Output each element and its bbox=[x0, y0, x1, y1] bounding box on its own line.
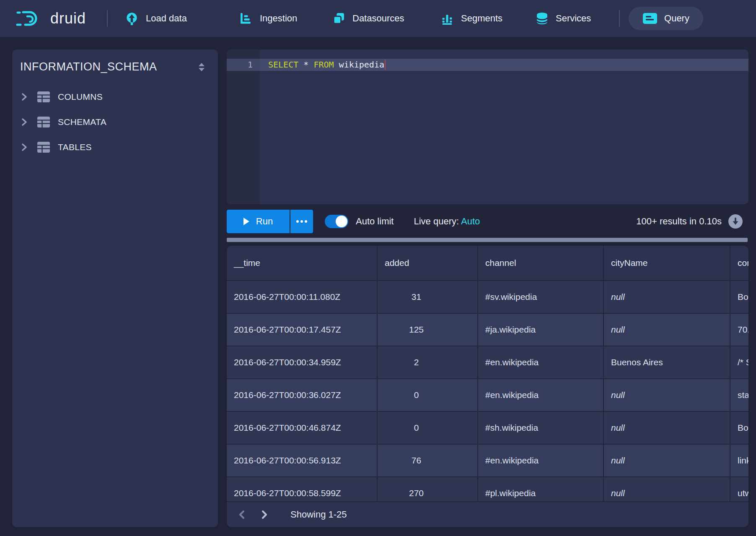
cell-time[interactable]: 2016-06-27T00:00:36.027Z bbox=[227, 379, 377, 411]
chevron-right-icon bbox=[21, 118, 28, 126]
nav-item-label: Load data bbox=[146, 13, 187, 24]
schema-selector-caret-icon[interactable] bbox=[198, 62, 205, 72]
cell-comment[interactable]: 70. bbox=[730, 314, 748, 346]
auto-limit-toggle[interactable] bbox=[325, 215, 348, 228]
nav-item-label: Query bbox=[664, 13, 689, 24]
schema-title: INFORMATION_SCHEMA bbox=[20, 60, 157, 73]
cell-comment[interactable]: sta bbox=[730, 379, 748, 411]
cell-cityname[interactable]: null bbox=[603, 445, 730, 476]
cell-added[interactable]: 0 bbox=[377, 412, 477, 444]
cell-comment[interactable]: link bbox=[730, 445, 748, 476]
datasources-icon bbox=[332, 12, 345, 25]
table-row: 2016-06-27T00:00:36.027Z 0 #en.wikipedia… bbox=[227, 378, 748, 411]
nav-item-query-active[interactable]: Query bbox=[629, 7, 703, 30]
table-grid-icon bbox=[37, 116, 50, 128]
sql-text: * bbox=[298, 60, 313, 70]
sql-query-text: SELECT * FROM wikipedia bbox=[268, 60, 386, 70]
nav-item-label: Services bbox=[556, 13, 591, 24]
cell-cityname[interactable]: null bbox=[603, 281, 730, 313]
cell-added[interactable]: 31 bbox=[377, 281, 477, 313]
cell-channel[interactable]: #sh.wikipedia bbox=[477, 412, 603, 444]
live-query-value[interactable]: Auto bbox=[461, 216, 480, 226]
sidebar-item-columns[interactable]: COLUMNS bbox=[12, 86, 218, 108]
column-header-comment[interactable]: comment bbox=[730, 246, 748, 280]
nav-item-services[interactable]: Services bbox=[536, 0, 591, 37]
download-results-button[interactable] bbox=[728, 214, 743, 229]
nav-item-segments[interactable]: Segments bbox=[441, 0, 502, 37]
cell-channel[interactable]: #en.wikipedia bbox=[477, 379, 603, 411]
cell-channel[interactable]: #en.wikipedia bbox=[477, 346, 603, 378]
column-header-channel[interactable]: channel bbox=[477, 246, 603, 280]
cell-cityname[interactable]: Buenos Aires bbox=[603, 346, 730, 378]
cell-added[interactable]: 0 bbox=[377, 379, 477, 411]
cell-time[interactable]: 2016-06-27T00:00:34.959Z bbox=[227, 346, 377, 378]
upload-icon bbox=[125, 12, 139, 26]
nav-item-datasources[interactable]: Datasources bbox=[332, 0, 404, 37]
nav-item-label: Datasources bbox=[352, 13, 404, 24]
previous-page-button[interactable] bbox=[233, 506, 250, 523]
brand-name: druid bbox=[50, 10, 86, 27]
nav-item-ingestion[interactable]: Ingestion bbox=[240, 0, 297, 37]
showing-range-label: Showing 1-25 bbox=[290, 509, 347, 520]
cell-comment[interactable]: Bot bbox=[730, 412, 748, 444]
pagination-footer: Showing 1-25 bbox=[227, 501, 748, 527]
chevron-right-icon bbox=[21, 143, 28, 151]
cell-comment[interactable]: Bot bbox=[730, 281, 748, 313]
cell-cityname[interactable]: null bbox=[603, 412, 730, 444]
segments-icon bbox=[441, 12, 454, 25]
cell-comment[interactable]: /* S bbox=[730, 346, 748, 378]
cell-channel[interactable]: #en.wikipedia bbox=[477, 445, 603, 476]
druid-logo[interactable]: druid bbox=[16, 0, 86, 37]
auto-limit-label: Auto limit bbox=[356, 216, 394, 227]
cell-time[interactable]: 2016-06-27T00:00:46.874Z bbox=[227, 412, 377, 444]
table-row: 2016-06-27T00:00:56.913Z 76 #en.wikipedi… bbox=[227, 444, 748, 476]
services-icon bbox=[536, 12, 549, 25]
sidebar-item-tables[interactable]: TABLES bbox=[12, 136, 218, 158]
next-page-button[interactable] bbox=[256, 506, 273, 523]
chevron-right-icon bbox=[21, 93, 28, 101]
run-button[interactable]: Run bbox=[227, 210, 290, 233]
sidebar-item-label: TABLES bbox=[58, 142, 92, 152]
chevron-right-icon bbox=[261, 510, 268, 520]
cell-cityname[interactable]: null bbox=[603, 379, 730, 411]
schema-sidebar: INFORMATION_SCHEMA COLUMNS bbox=[12, 49, 218, 527]
cell-time[interactable]: 2016-06-27T00:00:56.913Z bbox=[227, 445, 377, 476]
run-button-label: Run bbox=[256, 216, 273, 227]
sidebar-item-label: SCHEMATA bbox=[58, 117, 106, 127]
cell-added[interactable]: 2 bbox=[377, 346, 477, 378]
navbar-divider bbox=[107, 10, 108, 27]
sql-editor[interactable]: 1 SELECT * FROM wikipedia bbox=[227, 49, 748, 204]
cell-time[interactable]: 2016-06-27T00:00:17.457Z bbox=[227, 314, 377, 346]
table-row: 2016-06-27T00:00:17.457Z 125 #ja.wikiped… bbox=[227, 313, 748, 346]
column-header-time[interactable]: __time bbox=[227, 246, 377, 280]
cell-channel[interactable]: #ja.wikipedia bbox=[477, 314, 603, 346]
download-icon bbox=[731, 217, 740, 226]
sidebar-item-schemata[interactable]: SCHEMATA bbox=[12, 111, 218, 133]
sql-text: wikipedia bbox=[334, 60, 384, 70]
ingestion-icon bbox=[240, 12, 253, 25]
sql-keyword: SELECT bbox=[268, 60, 298, 70]
column-header-added[interactable]: added bbox=[377, 246, 477, 280]
table-header-row: __time added channel cityName comment bbox=[227, 246, 748, 280]
navbar-divider bbox=[619, 10, 620, 27]
results-summary: 100+ results in 0.10s bbox=[636, 216, 722, 227]
run-more-options-button[interactable] bbox=[290, 210, 313, 233]
query-toolbar: Run Auto limit Live query: Auto 100+ res… bbox=[227, 209, 748, 233]
druid-logo-icon bbox=[16, 8, 44, 29]
nav-item-label: Ingestion bbox=[260, 13, 297, 24]
live-query-label: Live query: Auto bbox=[414, 216, 480, 227]
cell-added[interactable]: 76 bbox=[377, 445, 477, 476]
panel-resize-splitter[interactable] bbox=[227, 238, 748, 242]
line-number: 1 bbox=[227, 60, 253, 70]
table-row: 2016-06-27T00:00:46.874Z 0 #sh.wikipedia… bbox=[227, 411, 748, 444]
cell-time[interactable]: 2016-06-27T00:00:11.080Z bbox=[227, 281, 377, 313]
editor-gutter bbox=[227, 49, 260, 204]
text-cursor bbox=[385, 60, 386, 70]
cell-channel[interactable]: #sv.wikipedia bbox=[477, 281, 603, 313]
column-header-cityname[interactable]: cityName bbox=[603, 246, 730, 280]
cell-added[interactable]: 125 bbox=[377, 314, 477, 346]
play-icon bbox=[243, 218, 249, 225]
nav-item-load-data[interactable]: Load data bbox=[125, 0, 187, 37]
table-row: 2016-06-27T00:00:34.959Z 2 #en.wikipedia… bbox=[227, 346, 748, 378]
cell-cityname[interactable]: null bbox=[603, 314, 730, 346]
